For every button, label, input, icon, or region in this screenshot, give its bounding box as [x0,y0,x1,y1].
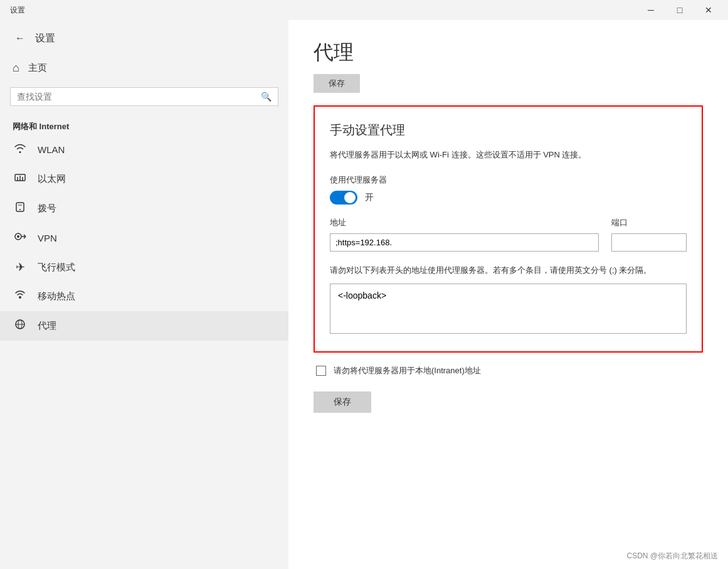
save-button-bottom[interactable]: 保存 [314,391,371,413]
save-button-top[interactable]: 保存 [314,74,360,93]
port-field-group: 端口 [611,217,687,252]
address-field-group: 地址 [330,217,599,252]
search-icon: 🔍 [261,92,272,102]
nav-item-airplane[interactable]: ✈ 飞行模式 [0,253,288,282]
svg-point-5 [19,209,21,210]
manual-proxy-title: 手动设置代理 [330,122,687,139]
back-button[interactable]: ← [13,30,28,46]
window-controls: ─ □ ✕ [636,0,723,20]
nav-label-proxy: 代理 [38,320,56,332]
toggle-state-label: 开 [365,192,374,203]
hotspot-icon [13,289,28,304]
title-bar: 设置 ─ □ ✕ [0,0,728,20]
close-button[interactable]: ✕ [694,0,723,20]
minimize-button[interactable]: ─ [636,0,665,20]
proxy-icon [13,319,28,333]
nav-item-proxy[interactable]: 代理 [0,311,288,341]
wlan-icon [13,142,28,157]
nav-label-wlan: WLAN [38,144,65,155]
watermark: CSDN @你若向北繁花相送 [626,551,718,561]
exclude-description: 请勿对以下列表开头的地址使用代理服务器。若有多个条目，请使用英文分号 (;) 来… [330,264,687,277]
maximize-button[interactable]: □ [665,0,694,20]
toggle-knob [344,192,356,203]
address-label: 地址 [330,217,599,228]
proxy-description: 将代理服务器用于以太网或 Wi-Fi 连接。这些设置不适用于 VPN 连接。 [330,149,687,162]
toggle-row: 开 [330,191,687,205]
sidebar: ← 设置 ⌂ 主页 🔍 网络和 Internet WLAN [0,20,288,569]
sidebar-header: ← 设置 [0,20,288,54]
intranet-label: 请勿将代理服务器用于本地(Intranet)地址 [334,365,481,376]
nav-label-airplane: 飞行模式 [38,262,75,274]
page-title: 代理 [314,39,703,66]
port-input[interactable] [611,233,687,252]
search-input[interactable] [17,92,256,102]
nav-label-vpn: VPN [38,233,57,243]
exclude-textarea[interactable] [330,284,687,334]
port-label: 端口 [611,217,687,228]
svg-point-11 [17,235,19,238]
ethernet-icon [13,172,28,186]
section-label: 网络和 Internet [0,116,288,135]
proxy-toggle[interactable] [330,191,357,205]
nav-item-wlan[interactable]: WLAN [0,135,288,164]
nav-item-hotspot[interactable]: 移动热点 [0,282,288,311]
main-content: 代理 保存 手动设置代理 将代理服务器用于以太网或 Wi-Fi 连接。这些设置不… [288,20,728,569]
home-icon: ⌂ [13,61,19,75]
address-input[interactable] [330,233,599,252]
nav-label-dialup: 拨号 [38,203,56,215]
nav-label-ethernet: 以太网 [38,173,66,185]
vpn-icon [13,231,28,245]
intranet-row: 请勿将代理服务器用于本地(Intranet)地址 [314,365,703,376]
address-row: 地址 端口 [330,217,687,252]
dialup-icon [13,201,28,216]
airplane-icon: ✈ [13,260,28,274]
manual-proxy-section: 手动设置代理 将代理服务器用于以太网或 Wi-Fi 连接。这些设置不适用于 VP… [314,105,703,353]
nav-item-vpn[interactable]: VPN [0,223,288,253]
nav-label-hotspot: 移动热点 [38,290,75,302]
app-container: ← 设置 ⌂ 主页 🔍 网络和 Internet WLAN [0,20,728,569]
nav-item-ethernet[interactable]: 以太网 [0,164,288,194]
home-label: 主页 [28,62,47,74]
sidebar-title: 设置 [35,32,55,45]
intranet-checkbox[interactable] [316,366,326,376]
home-nav-item[interactable]: ⌂ 主页 [0,54,288,82]
toggle-section-label: 使用代理服务器 [330,174,687,186]
window-title: 设置 [10,5,25,16]
nav-item-dialup[interactable]: 拨号 [0,194,288,223]
search-box[interactable]: 🔍 [10,87,278,106]
